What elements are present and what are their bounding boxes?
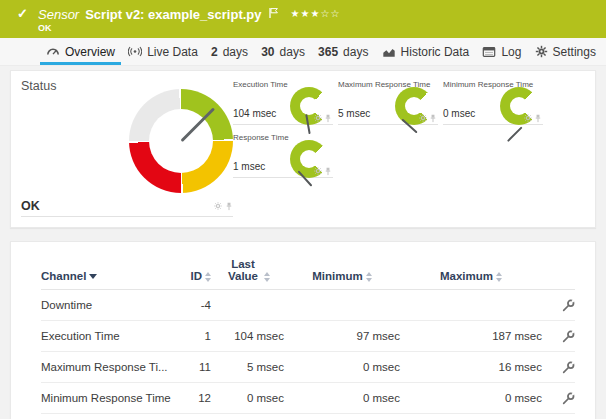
mini-gauge-settings-slot[interactable] <box>524 114 532 123</box>
mini-gauge-settings-slot[interactable] <box>314 167 322 176</box>
sort-icon[interactable] <box>496 272 502 282</box>
status-gauge-label: Status <box>21 79 56 93</box>
table-row: Execution Time 1 104 msec 97 msec 187 ms… <box>41 321 575 352</box>
column-header-id[interactable]: ID <box>176 270 211 282</box>
mini-gauge-value: 5 msec <box>338 108 370 119</box>
wrench-icon[interactable] <box>562 392 575 405</box>
status-check-icon: ✓ <box>17 6 28 21</box>
rating-stars: ★★★☆☆ <box>291 8 341 19</box>
tab-live-data[interactable]: Live Data <box>128 38 198 65</box>
table-row: Downtime -4 <box>41 290 575 321</box>
channel-settings-slot[interactable] <box>562 392 575 405</box>
cell-id: -4 <box>176 299 211 311</box>
star-icon[interactable]: ☆ <box>330 8 340 19</box>
mini-gauge-cell: Execution Time 104 msec <box>233 79 333 125</box>
gear-icon <box>535 45 548 58</box>
wrench-icon[interactable] <box>562 299 575 312</box>
gauge-icon <box>46 45 60 58</box>
mini-gear-icon[interactable] <box>314 114 322 122</box>
table-row: Response Time 10 1 msec 0 msec 3 msec <box>41 414 575 419</box>
star-icon[interactable]: ★ <box>300 8 310 19</box>
mini-gear-icon[interactable] <box>419 114 427 122</box>
wrench-icon[interactable] <box>562 330 575 343</box>
pin-icon[interactable] <box>225 202 233 211</box>
cell-minimum: 0 msec <box>284 361 400 373</box>
mini-gauge-pin-slot[interactable] <box>324 114 332 123</box>
channel-settings-slot[interactable] <box>562 330 575 343</box>
wrench-icon[interactable] <box>562 361 575 374</box>
table-row: Maximum Response Ti... 11 5 msec 0 msec … <box>41 352 575 383</box>
cell-last-value: 0 msec <box>211 392 284 404</box>
tab-bar: Overview Live Data 2 days 30 days 365 da… <box>0 38 606 66</box>
tab-historic-data[interactable]: Historic Data <box>382 38 470 65</box>
sort-icon[interactable] <box>89 274 97 279</box>
table-row: Minimum Response Time 12 0 msec 0 msec 0… <box>41 383 575 414</box>
cell-id: 11 <box>176 361 211 373</box>
sensor-header: ✓ Sensor Script v2: example_script.py ★★… <box>0 0 606 38</box>
cell-id: 12 <box>176 392 211 404</box>
mini-gauge-value: 1 msec <box>233 161 265 172</box>
mini-gauge-value: 0 msec <box>443 108 475 119</box>
gauge-pin-slot[interactable] <box>225 202 233 211</box>
overview-gauges-panel: Status OK Execution Time 104 msec Maximu… <box>10 70 596 228</box>
mini-gauge-needle <box>507 126 523 142</box>
channel-table-header: ChannelIDLast ValueMinimumMaximum <box>41 254 575 290</box>
cell-maximum: 16 msec <box>400 361 542 373</box>
star-icon[interactable]: ★ <box>291 8 301 19</box>
sort-icon[interactable] <box>366 272 372 282</box>
live-icon <box>128 45 142 58</box>
cell-minimum: 97 msec <box>284 330 400 342</box>
mini-gauge-label: Response Time <box>233 133 289 142</box>
mini-gauge-settings-slot[interactable] <box>314 114 322 123</box>
mini-gauge-value: 104 msec <box>233 108 276 119</box>
column-header-last[interactable]: Last Value <box>211 258 284 282</box>
mini-gear-icon[interactable] <box>314 167 322 175</box>
mini-gauge-pin-slot[interactable] <box>324 167 332 176</box>
gauge-settings-slot[interactable] <box>214 202 222 210</box>
pin-icon[interactable] <box>324 167 332 176</box>
channel-table-panel: ChannelIDLast ValueMinimumMaximum Downti… <box>10 241 596 419</box>
cell-maximum: 187 msec <box>400 330 542 342</box>
star-icon[interactable]: ☆ <box>320 8 330 19</box>
mini-gauge-pin-slot[interactable] <box>429 114 437 123</box>
tab-days[interactable]: 30 days <box>261 38 305 65</box>
cell-id: 1 <box>176 330 211 342</box>
pin-icon[interactable] <box>429 114 437 123</box>
cell-minimum: 0 msec <box>284 392 400 404</box>
sensor-status: OK <box>38 23 52 33</box>
cell-last-value: 5 msec <box>211 361 284 373</box>
cell-last-value: 104 msec <box>211 330 284 342</box>
channel-table-body: Downtime -4 Execution Time 1 104 msec 97… <box>41 290 575 419</box>
pin-icon[interactable] <box>324 114 332 123</box>
mini-gauge-grid: Execution Time 104 msec Maximum Response… <box>233 79 543 178</box>
cell-channel: Maximum Response Ti... <box>41 361 176 373</box>
status-gauge-value: OK <box>21 199 40 213</box>
star-icon[interactable]: ★ <box>310 8 320 19</box>
tab-days[interactable]: 365 days <box>318 38 368 65</box>
cell-channel: Minimum Response Time <box>41 392 176 404</box>
column-header-min[interactable]: Minimum <box>284 270 400 282</box>
cell-maximum: 0 msec <box>400 392 542 404</box>
tab-overview[interactable]: Overview <box>46 38 115 65</box>
mini-gauge-pin-slot[interactable] <box>534 114 542 123</box>
pin-icon[interactable] <box>534 114 542 123</box>
cell-channel: Downtime <box>41 299 176 311</box>
mini-gauge-settings-slot[interactable] <box>419 114 427 123</box>
channel-settings-slot[interactable] <box>562 299 575 312</box>
tab-settings[interactable]: Settings <box>535 38 596 65</box>
tab-days[interactable]: 2 days <box>211 38 248 65</box>
sensor-title: Script v2: example_script.py <box>85 7 261 22</box>
mini-gauge-cell: Maximum Response Time 5 msec <box>338 79 438 125</box>
mini-gauge-cell: Minimum Response Time 0 msec <box>443 79 543 125</box>
mini-gauge-cell: Response Time 1 msec <box>233 132 333 178</box>
cell-channel: Execution Time <box>41 330 176 342</box>
column-header-channel[interactable]: Channel <box>41 270 176 282</box>
chart-icon <box>382 45 396 58</box>
column-header-max[interactable]: Maximum <box>400 270 542 282</box>
mini-gear-icon[interactable] <box>214 202 222 210</box>
channel-settings-slot[interactable] <box>562 361 575 374</box>
mini-gear-icon[interactable] <box>524 114 532 122</box>
tab-log[interactable]: Log <box>482 38 521 65</box>
sort-icon[interactable] <box>264 272 270 282</box>
flag-icon[interactable] <box>269 7 279 19</box>
